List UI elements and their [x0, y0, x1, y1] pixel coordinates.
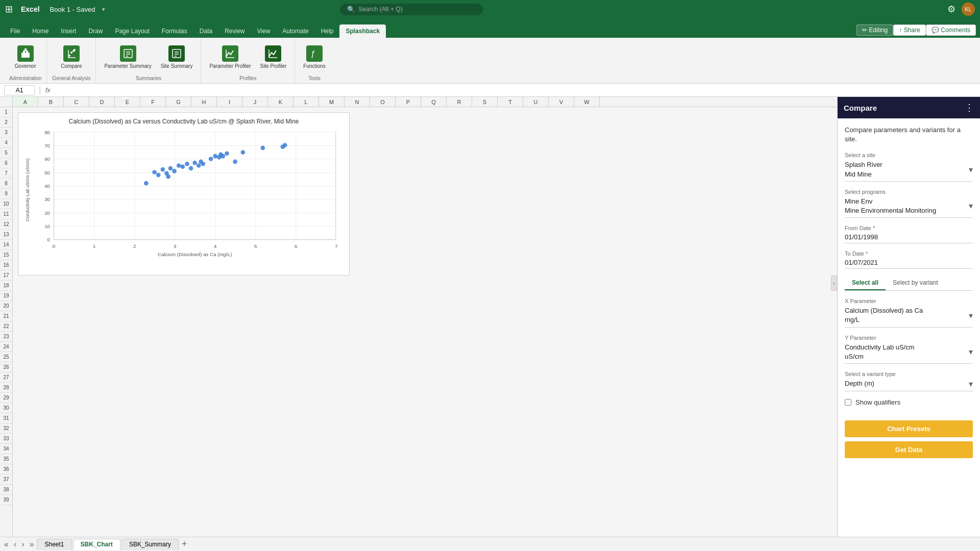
- compare-button[interactable]: Compare: [58, 43, 85, 71]
- row-2[interactable]: 2: [0, 117, 12, 128]
- tab-home[interactable]: Home: [26, 24, 55, 38]
- site-field-row[interactable]: Splash RiverMid Mine ▾: [845, 160, 973, 181]
- tab-help[interactable]: Help: [315, 24, 340, 38]
- row-29[interactable]: 29: [0, 393, 12, 403]
- sheet-add-button[interactable]: +: [182, 539, 187, 549]
- row-4[interactable]: 4: [0, 138, 12, 148]
- y-param-dropdown-arrow[interactable]: ▾: [969, 347, 973, 357]
- sheet-tab-sbk-summary[interactable]: SBK_Summary: [121, 539, 179, 550]
- row-30[interactable]: 30: [0, 403, 12, 413]
- user-avatar[interactable]: KL: [962, 3, 975, 16]
- row-6[interactable]: 6: [0, 158, 12, 168]
- variant-type-row[interactable]: Depth (m) ▾: [845, 379, 973, 391]
- col-g[interactable]: G: [166, 97, 191, 107]
- row-7[interactable]: 7: [0, 168, 12, 179]
- row-35[interactable]: 35: [0, 454, 12, 464]
- variant-type-dropdown-arrow[interactable]: ▾: [969, 379, 973, 389]
- row-12[interactable]: 12: [0, 219, 12, 230]
- tab-select-all[interactable]: Select all: [845, 276, 886, 290]
- row-36[interactable]: 36: [0, 464, 12, 474]
- row-14[interactable]: 14: [0, 240, 12, 250]
- col-b[interactable]: B: [38, 97, 64, 107]
- x-param-dropdown-arrow[interactable]: ▾: [969, 311, 973, 320]
- row-37[interactable]: 37: [0, 474, 12, 485]
- row-22[interactable]: 22: [0, 321, 12, 332]
- row-27[interactable]: 27: [0, 372, 12, 383]
- row-21[interactable]: 21: [0, 311, 12, 321]
- col-c[interactable]: C: [64, 97, 89, 107]
- tab-pagelayout[interactable]: Page Layout: [109, 24, 155, 38]
- col-j[interactable]: J: [242, 97, 268, 107]
- row-28[interactable]: 28: [0, 383, 12, 393]
- sheet-nav-left-left[interactable]: «: [2, 540, 11, 549]
- col-i[interactable]: I: [217, 97, 242, 107]
- panel-more-button[interactable]: ⋮: [965, 102, 974, 113]
- share-button[interactable]: ↑ Share: [893, 24, 925, 36]
- row-23[interactable]: 23: [0, 332, 12, 342]
- col-u[interactable]: U: [523, 97, 549, 107]
- row-33[interactable]: 33: [0, 434, 12, 444]
- panel-collapse-handle[interactable]: ›: [831, 276, 837, 291]
- get-data-button[interactable]: Get Data: [845, 441, 973, 458]
- functions-button[interactable]: ƒ Functions: [300, 43, 328, 71]
- formula-input[interactable]: [55, 87, 976, 94]
- col-e[interactable]: E: [115, 97, 140, 107]
- row-18[interactable]: 18: [0, 281, 12, 291]
- chart-presets-button[interactable]: Chart Presets: [845, 420, 973, 437]
- settings-icon[interactable]: ⚙: [947, 4, 955, 15]
- row-3[interactable]: 3: [0, 128, 12, 138]
- col-f[interactable]: F: [140, 97, 166, 107]
- col-a[interactable]: A: [13, 97, 38, 107]
- row-8[interactable]: 8: [0, 179, 12, 189]
- col-d[interactable]: D: [89, 97, 115, 107]
- site-profiler-button[interactable]: Site Profiler: [257, 43, 290, 71]
- row-13[interactable]: 13: [0, 230, 12, 240]
- row-32[interactable]: 32: [0, 423, 12, 434]
- col-q[interactable]: Q: [421, 97, 447, 107]
- tab-data[interactable]: Data: [193, 24, 218, 38]
- show-qualifiers-checkbox[interactable]: [845, 399, 851, 406]
- row-10[interactable]: 10: [0, 199, 12, 209]
- tab-draw[interactable]: Draw: [82, 24, 109, 38]
- col-n[interactable]: N: [345, 97, 370, 107]
- row-25[interactable]: 25: [0, 352, 12, 362]
- col-w[interactable]: W: [574, 97, 600, 107]
- y-param-row[interactable]: Conductivity Lab uS/cmuS/cm ▾: [845, 343, 973, 364]
- app-grid-icon[interactable]: ⊞: [5, 4, 13, 15]
- col-o[interactable]: O: [370, 97, 396, 107]
- col-l[interactable]: L: [293, 97, 319, 107]
- tab-view[interactable]: View: [251, 24, 277, 38]
- row-5[interactable]: 5: [0, 148, 12, 158]
- sheet-nav-right[interactable]: ›: [19, 540, 26, 549]
- sheet-tab-sheet1[interactable]: Sheet1: [37, 539, 71, 550]
- row-16[interactable]: 16: [0, 260, 12, 270]
- parameter-summary-button[interactable]: Parameter Summary: [101, 43, 154, 71]
- tab-file[interactable]: File: [4, 24, 26, 38]
- col-k[interactable]: K: [268, 97, 293, 107]
- programs-field-row[interactable]: Mine EnvMine Environmental Monitoring ▾: [845, 197, 973, 218]
- programs-dropdown-arrow[interactable]: ▾: [969, 201, 973, 211]
- sheet-nav-right-right[interactable]: »: [28, 540, 36, 549]
- row-19[interactable]: 19: [0, 291, 12, 301]
- tab-review[interactable]: Review: [218, 24, 251, 38]
- governor-button[interactable]: Governor: [12, 43, 39, 71]
- search-box[interactable]: 🔍: [340, 4, 483, 15]
- tab-splashback[interactable]: Splashback: [339, 24, 386, 38]
- comments-button[interactable]: 💬 Comments: [926, 24, 976, 36]
- tab-insert[interactable]: Insert: [55, 24, 82, 38]
- row-11[interactable]: 11: [0, 209, 12, 219]
- row-26[interactable]: 26: [0, 362, 12, 372]
- row-15[interactable]: 15: [0, 250, 12, 260]
- row-1[interactable]: 1: [0, 107, 12, 117]
- tab-formulas[interactable]: Formulas: [156, 24, 193, 38]
- row-38[interactable]: 38: [0, 485, 12, 495]
- sheet-tab-sbk-chart[interactable]: SBK_Chart: [73, 539, 120, 550]
- row-34[interactable]: 34: [0, 444, 12, 454]
- x-param-row[interactable]: Calcium (Dissolved) as Camg/L ▾: [845, 306, 973, 327]
- row-31[interactable]: 31: [0, 413, 12, 423]
- row-9[interactable]: 9: [0, 189, 12, 199]
- col-p[interactable]: P: [396, 97, 421, 107]
- col-h[interactable]: H: [191, 97, 217, 107]
- row-39[interactable]: 39: [0, 495, 12, 505]
- search-input[interactable]: [358, 6, 471, 13]
